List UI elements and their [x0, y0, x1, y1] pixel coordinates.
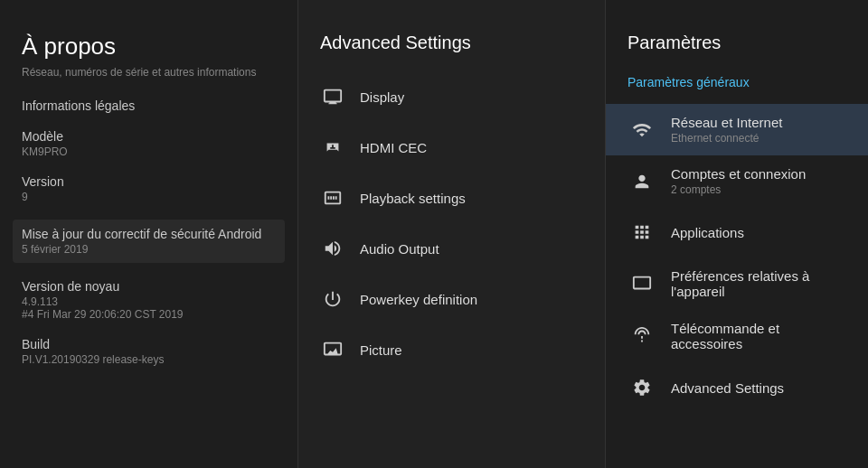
middle-panel: Advanced Settings Display HDMI CEC Playb… — [298, 0, 606, 468]
power-icon — [320, 286, 345, 312]
applications-text: Applications — [671, 225, 744, 240]
kernel-value: 4.9.113#4 Fri Mar 29 20:06:20 CST 2019 — [22, 295, 276, 321]
picture-label: Picture — [360, 342, 402, 358]
settings-item-applications[interactable]: Applications — [606, 207, 868, 257]
audio-label: Audio Output — [360, 241, 439, 257]
playback-icon — [320, 185, 345, 211]
right-panel-title: Paramètres — [606, 33, 868, 53]
security-value: 5 février 2019 — [22, 243, 276, 256]
device-text: Préférences relatives à l'appareil — [671, 268, 846, 299]
build-value: PI.V1.20190329 release-keys — [22, 353, 276, 366]
network-icon — [627, 116, 656, 145]
menu-item-display[interactable]: Display — [298, 71, 605, 122]
playback-label: Playback settings — [360, 191, 466, 206]
network-label: Réseau et Internet — [671, 115, 782, 130]
legal-label: Informations légales — [22, 98, 276, 113]
version-section: Version 9 — [22, 174, 276, 203]
settings-item-remote[interactable]: Télécommande et accessoires — [606, 310, 868, 362]
advanced-label: Advanced Settings — [671, 380, 784, 396]
hdmi-icon — [320, 135, 345, 160]
powerkey-label: Powerkey definition — [360, 292, 477, 307]
apps-icon — [627, 218, 656, 247]
model-value: KM9PRO — [22, 145, 276, 158]
security-label: Mise à jour du correctif de sécurité And… — [22, 227, 276, 241]
middle-panel-title: Advanced Settings — [298, 33, 605, 53]
audio-icon — [320, 236, 345, 261]
legal-section[interactable]: Informations légales — [22, 98, 276, 113]
remote-icon — [627, 322, 656, 351]
remote-text: Télécommande et accessoires — [671, 321, 846, 351]
settings-item-device[interactable]: Préférences relatives à l'appareil — [606, 257, 868, 310]
kernel-label: Version de noyau — [22, 279, 276, 294]
version-label: Version — [22, 174, 276, 189]
hdmi-label: HDMI CEC — [360, 140, 427, 155]
accounts-sublabel: 2 comptes — [671, 183, 806, 196]
menu-item-audio[interactable]: Audio Output — [298, 223, 605, 274]
left-panel-subtitle: Réseau, numéros de série et autres infor… — [22, 66, 276, 79]
applications-label: Applications — [671, 225, 744, 240]
left-panel-title: À propos — [22, 33, 276, 61]
remote-label: Télécommande et accessoires — [671, 321, 846, 351]
parametres-generaux-link[interactable]: Paramètres généraux — [606, 68, 868, 104]
account-icon — [627, 167, 656, 196]
gear-icon — [627, 373, 656, 402]
settings-item-network[interactable]: Réseau et Internet Ethernet connecté — [606, 104, 868, 155]
left-panel: À propos Réseau, numéros de série et aut… — [0, 0, 298, 468]
device-label: Préférences relatives à l'appareil — [671, 268, 846, 299]
picture-icon — [320, 337, 345, 362]
menu-item-hdmi[interactable]: HDMI CEC — [298, 122, 605, 173]
advanced-text: Advanced Settings — [671, 380, 784, 396]
network-text: Réseau et Internet Ethernet connecté — [671, 115, 782, 145]
kernel-section: Version de noyau 4.9.113#4 Fri Mar 29 20… — [22, 279, 276, 321]
model-label: Modèle — [22, 129, 276, 144]
right-panel: Paramètres Paramètres généraux Réseau et… — [606, 0, 868, 468]
device-icon — [627, 269, 656, 298]
menu-item-playback[interactable]: Playback settings — [298, 173, 605, 223]
version-value: 9 — [22, 191, 276, 203]
accounts-text: Comptes et connexion 2 comptes — [671, 166, 806, 196]
settings-item-accounts[interactable]: Comptes et connexion 2 comptes — [606, 155, 868, 207]
display-icon — [320, 84, 345, 109]
model-section: Modèle KM9PRO — [22, 129, 276, 158]
menu-item-powerkey[interactable]: Powerkey definition — [298, 274, 605, 324]
security-section: Mise à jour du correctif de sécurité And… — [13, 220, 285, 263]
build-label: Build — [22, 337, 276, 351]
display-label: Display — [360, 89, 404, 105]
accounts-label: Comptes et connexion — [671, 166, 806, 182]
network-sublabel: Ethernet connecté — [671, 132, 782, 145]
menu-item-picture[interactable]: Picture — [298, 324, 605, 375]
build-section: Build PI.V1.20190329 release-keys — [22, 337, 276, 366]
settings-item-advanced[interactable]: Advanced Settings — [606, 362, 868, 413]
